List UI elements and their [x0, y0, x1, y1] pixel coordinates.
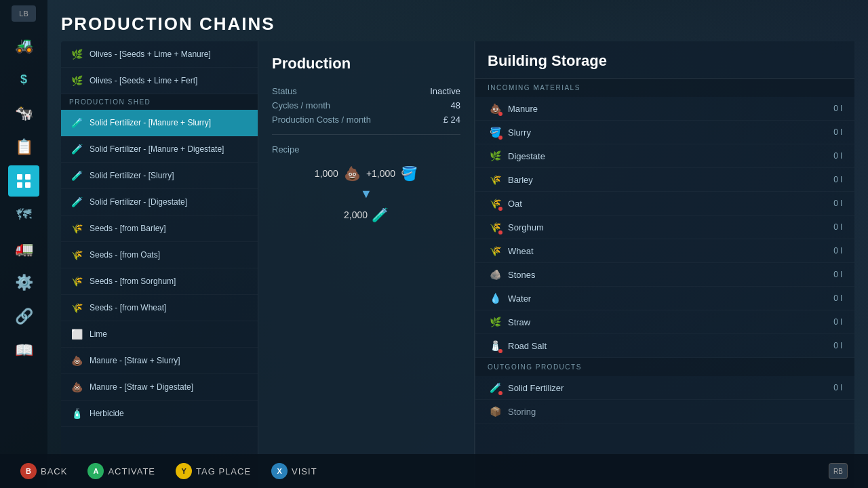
list-item-seeds-sorghum[interactable]: 🌾 Seeds - [from Sorghum] [61, 268, 258, 295]
tag-place-button[interactable]: Y TAG PLACE [176, 463, 251, 479]
olives2-icon: 🌿 [69, 73, 84, 88]
olives2-text: Olives - [Seeds + Lime + Fert] [90, 76, 250, 85]
sidebar-icon-production[interactable] [8, 165, 39, 197]
storage-row-wheat: 🌾 Wheat 0 l [475, 239, 854, 263]
svg-rect-1 [25, 174, 31, 180]
digestate-storage-value: 0 l [822, 151, 842, 161]
sidebar-icon-animal[interactable]: 🐄 [8, 98, 39, 129]
back-badge: B [20, 463, 37, 479]
water-storage-value: 0 l [822, 293, 842, 303]
list-item-olives1[interactable]: 🌿 Olives - [Seeds + Lime + Manure] [61, 41, 258, 68]
list-item-olives2[interactable]: 🌿 Olives - [Seeds + Lime + Fert] [61, 68, 258, 94]
recipe-output-icon: 🧪 [372, 207, 389, 223]
water-storage-icon: 💧 [488, 291, 502, 306]
sidebar-icon-map[interactable]: 🗺 [8, 199, 39, 230]
list-item-manure-straw-digestate[interactable]: 💩 Manure - [Straw + Digestate] [61, 374, 258, 401]
solid-fert2-icon: 🧪 [69, 142, 84, 157]
road-salt-storage-icon: 🧂 [488, 338, 502, 353]
storage-row-stones: 🪨 Stones 0 l [475, 263, 854, 287]
building-storage-title: Building Storage [475, 41, 854, 79]
list-item-seeds-wheat[interactable]: 🌾 Seeds - [from Wheat] [61, 295, 258, 321]
solid-fert2-text: Solid Fertilizer - [Manure + Digestate] [90, 144, 250, 154]
activate-button[interactable]: A ACTIVATE [87, 463, 155, 479]
barley-storage-value: 0 l [822, 175, 842, 184]
tag-badge: Y [176, 463, 192, 479]
visit-button[interactable]: X VISIT [271, 463, 317, 479]
list-item-lime[interactable]: ⬜ Lime [61, 321, 258, 348]
list-item-herbicide[interactable]: 🧴 Herbicide [61, 401, 258, 427]
recipe-inputs: 1,000 💩 +1,000 🪣 [315, 165, 418, 182]
solid-fert-storage-value: 0 l [822, 383, 842, 392]
outgoing-products-header: OUTGOING PRODUCTS [475, 358, 854, 376]
storing-storage-icon: 📦 [488, 404, 502, 419]
solid-fert1-text: Solid Fertilizer - [Manure + Slurry] [90, 118, 250, 127]
manure-storage-name: Manure [508, 104, 816, 114]
svg-rect-2 [17, 182, 22, 188]
sidebar-icon-notebook[interactable]: 📋 [8, 131, 39, 163]
sidebar-icon-tractor[interactable]: 🚜 [8, 30, 39, 61]
list-item-manure-straw-slurry[interactable]: 💩 Manure - [Straw + Slurry] [61, 348, 258, 374]
storage-row-storing: 📦 Storing [475, 400, 854, 424]
seeds-sorghum-text: Seeds - [from Sorghum] [90, 277, 250, 286]
storing-storage-name: Storing [508, 407, 816, 417]
recipe-input1-icon: 💩 [344, 165, 361, 182]
water-storage-name: Water [508, 293, 816, 304]
activate-label: ACTIVATE [108, 466, 155, 476]
digestate-storage-name: Digestate [508, 151, 816, 161]
list-item-solid-fert2[interactable]: 🧪 Solid Fertilizer - [Manure + Digestate… [61, 136, 258, 163]
seeds-oats-icon: 🌾 [69, 247, 84, 262]
oat-storage-name: Oat [508, 199, 816, 209]
production-shed-header: PRODUCTION SHED [61, 94, 258, 110]
storage-content[interactable]: INCOMING MATERIALS 💩 Manure 0 l 🪣 Slurry… [475, 79, 854, 488]
list-item-solid-fert1[interactable]: 🧪 Solid Fertilizer - [Manure + Slurry] [61, 110, 258, 136]
incoming-materials-header: INCOMING MATERIALS [475, 79, 854, 97]
manure-sd-icon: 💩 [69, 380, 84, 394]
lb-button[interactable]: LB [12, 5, 36, 22]
straw-storage-value: 0 l [822, 317, 842, 327]
back-button[interactable]: B BACK [20, 463, 67, 479]
list-item-seeds-oats[interactable]: 🌾 Seeds - [from Oats] [61, 242, 258, 268]
tag-place-label: TAG PLACE [196, 466, 251, 476]
recipe-output-qty: 2,000 [344, 209, 368, 220]
svg-rect-3 [25, 182, 31, 188]
storage-row-sorghum: 🌾 Sorghum 0 l [475, 216, 854, 239]
sidebar-icon-network[interactable]: 🔗 [8, 301, 39, 332]
slurry-storage-name: Slurry [508, 127, 816, 138]
herbicide-text: Herbicide [90, 409, 250, 418]
storage-row-manure: 💩 Manure 0 l [475, 97, 854, 121]
straw-storage-name: Straw [508, 317, 816, 327]
recipe-plus: +1,000 [366, 168, 395, 179]
storage-row-solid-fertilizer: 🧪 Solid Fertilizer 0 l [475, 376, 854, 400]
costs-row: Production Costs / month £ 24 [272, 115, 460, 125]
road-salt-storage-name: Road Salt [508, 341, 816, 351]
back-label: BACK [41, 466, 67, 476]
manure-sd-text: Manure - [Straw + Digestate] [90, 382, 250, 392]
olives1-text: Olives - [Seeds + Lime + Manure] [90, 49, 250, 59]
recipe-input1-qty: 1,000 [315, 168, 338, 179]
seeds-sorghum-icon: 🌾 [69, 274, 84, 289]
sorghum-storage-value: 0 l [822, 222, 842, 232]
digestate-storage-icon: 🌿 [488, 148, 502, 163]
solid-fert3-text: Solid Fertilizer - [Slurry] [90, 171, 250, 180]
storage-row-slurry: 🪣 Slurry 0 l [475, 121, 854, 144]
herbicide-icon: 🧴 [69, 406, 84, 421]
list-item-solid-fert3[interactable]: 🧪 Solid Fertilizer - [Slurry] [61, 163, 258, 189]
manure-storage-icon: 💩 [488, 101, 502, 116]
production-panel: Production Status Inactive Cycles / mont… [258, 41, 475, 488]
manure-storage-value: 0 l [822, 104, 842, 113]
rb-button[interactable]: RB [829, 463, 848, 479]
sidebar-icon-vehicles[interactable]: 🚛 [8, 233, 39, 264]
activate-badge: A [87, 463, 104, 479]
storage-row-oat: 🌾 Oat 0 l [475, 192, 854, 216]
sidebar-icon-help[interactable]: 📖 [8, 335, 39, 366]
list-item-seeds-barley[interactable]: 🌾 Seeds - [from Barley] [61, 216, 258, 242]
panels-container: 🌿 Olives - [Seeds + Lime + Manure] 🌿 Oli… [47, 41, 868, 488]
bottom-bar: B BACK A ACTIVATE Y TAG PLACE X VISIT RB [0, 454, 868, 488]
list-panel[interactable]: 🌿 Olives - [Seeds + Lime + Manure] 🌿 Oli… [61, 41, 258, 488]
building-storage-panel: Building Storage INCOMING MATERIALS 💩 Ma… [475, 41, 854, 488]
sorghum-storage-icon: 🌾 [488, 220, 502, 235]
sorghum-storage-name: Sorghum [508, 222, 816, 232]
sidebar-icon-settings[interactable]: ⚙️ [8, 267, 39, 298]
sidebar-icon-economy[interactable]: $ [8, 64, 39, 95]
list-item-solid-fert4[interactable]: 🧪 Solid Fertilizer - [Digestate] [61, 189, 258, 216]
